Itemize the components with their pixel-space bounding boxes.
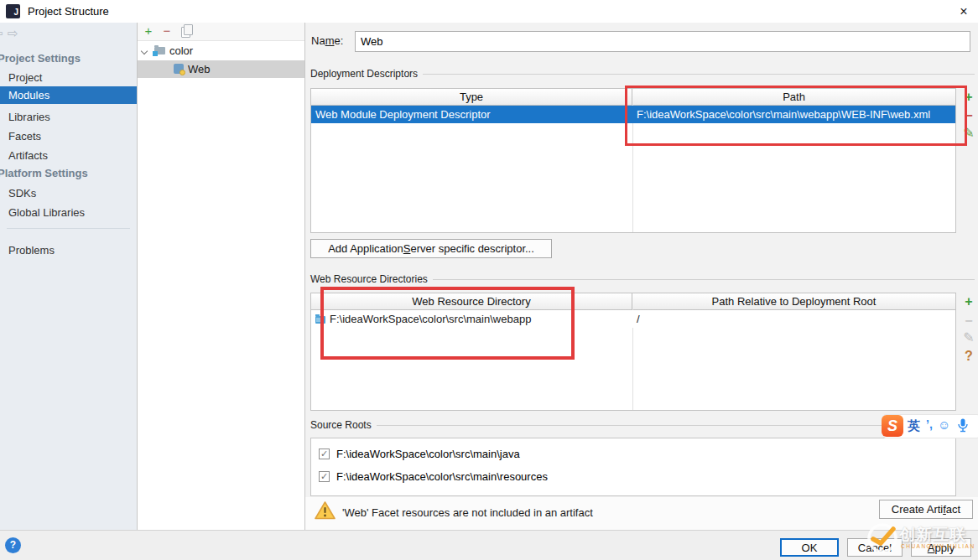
- name-label: Name:: [311, 34, 343, 47]
- remove-descriptor-icon[interactable]: −: [961, 108, 976, 123]
- sidebar-item-artifacts[interactable]: Artifacts: [0, 148, 137, 164]
- ok-button[interactable]: OK: [780, 538, 839, 557]
- source-root-path: F:\ideaWorkSpace\color\src\main\resource…: [336, 470, 548, 483]
- table-row[interactable]: F:\ideaWorkSpace\color\src\main\webapp /: [311, 310, 955, 328]
- sidebar-divider: [7, 228, 130, 229]
- deployment-descriptors-table: Type Path Web Module Deployment Descript…: [310, 88, 956, 233]
- app-icon: J: [6, 4, 20, 18]
- remove-module-icon[interactable]: −: [160, 24, 174, 38]
- source-root-path: F:\ideaWorkSpace\color\src\main\java: [336, 448, 520, 460]
- apply-button[interactable]: Apply: [911, 538, 971, 557]
- forward-icon[interactable]: ⇨: [8, 26, 18, 41]
- ime-punctuation-icon[interactable]: ’,: [926, 417, 933, 431]
- sidebar-item-libraries[interactable]: Libraries: [0, 109, 137, 126]
- group-label: Deployment Descriptors: [310, 68, 418, 80]
- source-root-row[interactable]: ✓ F:\ideaWorkSpace\color\src\main\java: [319, 446, 520, 461]
- source-root-row[interactable]: ✓ F:\ideaWorkSpace\color\src\main\resour…: [319, 469, 548, 484]
- remove-resource-icon[interactable]: −: [961, 314, 976, 329]
- add-app-server-descriptor-button[interactable]: Add Application Server specific descript…: [310, 239, 552, 258]
- sidebar-item-facets[interactable]: Facets: [0, 128, 137, 145]
- resource-directory-cell: F:\ideaWorkSpace\color\src\main\webapp: [311, 313, 632, 325]
- table-header: Web Resource Directory Path Relative to …: [311, 293, 955, 310]
- column-header-path: Path: [632, 89, 955, 105]
- group-label: Source Roots: [310, 419, 372, 431]
- module-tree-panel: + − color Web: [138, 23, 304, 530]
- checkbox-checked-icon[interactable]: ✓: [319, 449, 330, 459]
- sogou-logo-icon[interactable]: S: [882, 415, 903, 437]
- web-facet-icon: [174, 64, 184, 74]
- sidebar-header-platform-settings: Platform Settings: [0, 167, 134, 179]
- dialog-footer: ? OK Cancel Apply: [0, 530, 978, 560]
- edit-descriptor-icon[interactable]: ✎: [961, 126, 976, 141]
- column-header-relative-path: Path Relative to Deployment Root: [632, 293, 955, 309]
- group-line: [433, 279, 975, 280]
- column-header-type: Type: [311, 89, 632, 105]
- group-line: [423, 74, 975, 75]
- add-module-icon[interactable]: +: [142, 24, 155, 38]
- warning-text: 'Web' Facet resources are not included i…: [342, 506, 593, 519]
- descriptor-type-cell: Web Module Deployment Descriptor: [311, 108, 632, 121]
- tree-node-label: color: [169, 43, 193, 60]
- settings-sidebar: ⇦ ⇨ Project Settings Project Modules Lib…: [0, 23, 137, 530]
- column-divider: [632, 105, 633, 232]
- warning-band: 'Web' Facet resources are not included i…: [305, 497, 978, 530]
- help-icon[interactable]: ?: [961, 349, 976, 364]
- project-structure-dialog: J Project Structure × ⇦ ⇨ Project Settin…: [0, 0, 978, 560]
- sidebar-item-problems[interactable]: Problems: [0, 242, 137, 259]
- deployment-descriptors-group: Deployment Descriptors: [310, 68, 975, 80]
- group-label: Web Resource Directories: [310, 273, 428, 285]
- checkbox-checked-icon[interactable]: ✓: [319, 471, 330, 482]
- tree-node-label: Web: [188, 60, 211, 78]
- tree-toolbar: + −: [138, 23, 304, 41]
- create-artifact-button[interactable]: Create Artifact: [879, 500, 973, 519]
- module-group-icon: [154, 47, 165, 54]
- microphone-icon[interactable]: [958, 418, 968, 435]
- add-resource-icon[interactable]: +: [961, 294, 976, 309]
- sidebar-item-global-libraries[interactable]: Global Libraries: [0, 205, 137, 221]
- sidebar-item-project[interactable]: Project: [0, 70, 137, 86]
- sidebar-item-sdks[interactable]: SDKs: [0, 185, 137, 202]
- web-resource-directories-table: Web Resource Directory Path Relative to …: [310, 293, 956, 411]
- sidebar-header-project-settings: Project Settings: [0, 52, 134, 65]
- ime-language-toggle[interactable]: 英: [908, 418, 920, 434]
- facet-settings-panel: Name: Deployment Descriptors Type Path W…: [305, 23, 978, 530]
- relative-path-cell: /: [632, 313, 955, 325]
- help-button[interactable]: ?: [5, 537, 21, 553]
- column-header-directory: Web Resource Directory: [311, 293, 632, 309]
- table-row[interactable]: Web Module Deployment Descriptor F:\idea…: [311, 106, 955, 123]
- tree-node-web[interactable]: Web: [138, 60, 304, 78]
- folder-icon: [315, 316, 325, 324]
- source-roots-group: Source Roots: [310, 419, 975, 431]
- ime-toolbar: S 英 ’, ☺: [883, 414, 978, 438]
- sidebar-item-modules[interactable]: Modules: [0, 86, 137, 104]
- source-roots-list: ✓ F:\ideaWorkSpace\color\src\main\java ✓…: [310, 438, 956, 496]
- close-icon[interactable]: ×: [955, 3, 973, 20]
- back-icon[interactable]: ⇦: [0, 26, 3, 41]
- emoji-icon[interactable]: ☺: [938, 417, 950, 432]
- cancel-button[interactable]: Cancel: [847, 538, 903, 557]
- edit-resource-icon[interactable]: ✎: [961, 330, 976, 345]
- add-descriptor-icon[interactable]: +: [961, 90, 976, 105]
- descriptor-path-cell: F:\ideaWorkSpace\color\src\main\webapp\W…: [632, 108, 955, 121]
- web-resource-directories-group: Web Resource Directories: [310, 273, 975, 285]
- table-header: Type Path: [311, 89, 955, 106]
- name-input[interactable]: [355, 31, 970, 52]
- titlebar: J Project Structure ×: [0, 0, 978, 23]
- copy-icon[interactable]: [181, 27, 190, 38]
- chevron-down-icon[interactable]: [141, 48, 148, 54]
- window-title: Project Structure: [28, 5, 109, 18]
- warning-icon: [314, 500, 336, 523]
- tree-node-color[interactable]: color: [138, 43, 304, 60]
